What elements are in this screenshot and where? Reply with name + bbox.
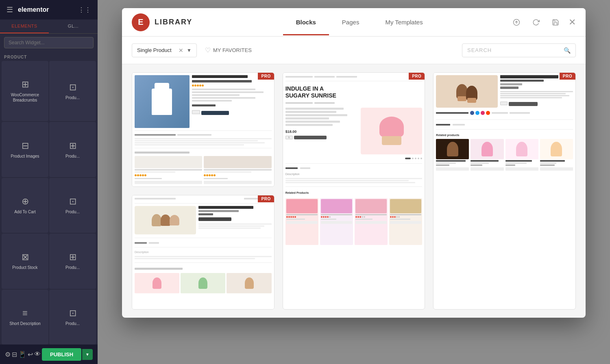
widget-icon-cart: ⊕ [22,196,29,207]
template-preview-chocolate: Related products [434,73,575,247]
tab-blocks[interactable]: Blocks [283,9,329,35]
publish-dropdown-arrow[interactable]: ▼ [82,349,93,360]
widget-prod-4[interactable]: ⊞ Produ... [49,234,96,288]
responsive-icon[interactable]: 📱 [18,351,26,358]
modal-header-actions: ✕ [510,16,576,29]
upload-icon[interactable] [510,16,523,29]
close-modal-button[interactable]: ✕ [569,17,576,28]
tab-elements[interactable]: ELEMENTS [0,20,49,33]
template-preview-cupcake: INDULGE IN ASUGARY SUNRISE [283,73,425,247]
tab-global[interactable]: GL... [49,20,98,33]
widget-short-description[interactable]: ≡ Short Description [2,290,48,344]
modal-title: LIBRARY [155,18,192,26]
widget-product-images[interactable]: ⊟ Product Images [2,122,48,177]
grid-icon[interactable]: ⋮⋮ [78,6,91,14]
favorites-button[interactable]: ♡ MY FAVORITES [203,43,253,57]
settings-icon[interactable]: ⚙ [5,351,11,358]
modal-header: E LIBRARY Blocks Pages My Templates [122,8,586,37]
card-preview-chocolate: PRO [434,73,575,247]
modal-tabs: Blocks Pages My Templates [209,9,510,35]
template-card-chocolate[interactable]: PRO [433,72,576,310]
card-preview-cupcake: PRO INDULGE IN [283,73,425,247]
widget-label-stock: Product Stock [12,265,37,270]
search-box: 🔍 [462,43,576,57]
modal-overlay: E LIBRARY Blocks Pages My Templates [98,0,610,364]
widget-icon-prod1: ⊡ [69,82,76,93]
widget-icon-prod2: ⊞ [69,141,76,151]
widget-label-prod3: Produ... [65,209,80,214]
favorites-label: MY FAVORITES [213,47,252,53]
widget-label-breadcrumbs: WooCommerceBreadcrumbs [11,92,39,103]
widget-icon-prod5: ⊡ [69,308,76,318]
tab-my-templates[interactable]: My Templates [372,9,436,35]
tab-pages[interactable]: Pages [329,9,373,35]
refresh-icon[interactable] [529,16,542,29]
modal-logo: E [132,13,150,31]
preview-icon[interactable]: 👁 [34,351,41,358]
modal-body: PRO [122,64,586,318]
hamburger-icon[interactable]: ☰ [7,5,13,14]
search-icon: 🔍 [564,47,571,54]
pro-badge-chocolate: PRO [560,73,575,80]
widget-icon-prod3: ⊡ [69,196,76,207]
modal-toolbar: Single Product ✕ ▼ ♡ MY FAVORITES 🔍 [122,37,586,64]
history-icon[interactable]: ↩ [28,351,33,358]
widget-prod-1[interactable]: ⊡ Produ... [49,61,96,121]
widget-add-to-cart[interactable]: ⊕ Add To Cart [2,178,48,233]
widget-woo-breadcrumbs[interactable]: ⊞ WooCommerceBreadcrumbs [2,61,48,121]
filter-clear-icon[interactable]: ✕ [179,47,183,54]
template-preview-mocha: Description [132,195,274,309]
widget-label-images: Product Images [11,154,39,159]
widget-grid: ⊞ WooCommerceBreadcrumbs ⊡ Produ... ⊟ Pr… [0,61,98,344]
filter-dropdown[interactable]: Single Product ✕ ▼ [132,43,197,57]
layers-icon[interactable]: ⊟ [12,351,17,358]
template-search-input[interactable] [467,47,560,53]
product-section-title: PRODUCT [0,52,98,61]
widget-icon-stock: ⊠ [22,252,29,262]
pro-badge-mocha: PRO [258,195,274,202]
widget-label-cart: Add To Cart [14,209,36,214]
pro-badge-wedding: PRO [258,73,274,80]
template-card-wedding[interactable]: PRO [132,72,274,187]
template-preview-wedding [132,73,274,186]
template-card-mocha[interactable]: PRO [132,195,274,310]
main-content: E LIBRARY Blocks Pages My Templates [98,0,610,364]
widget-icon-prod4: ⊞ [69,252,76,262]
card-preview-mocha: PRO [132,195,274,309]
search-widget-input[interactable] [4,37,94,48]
filter-arrow-icon: ▼ [187,48,192,53]
card-preview-wedding: PRO [132,73,274,186]
sidebar-tabs: ELEMENTS GL... [0,20,98,34]
widget-prod-5[interactable]: ⊡ Produ... [49,290,96,344]
widget-product-stock[interactable]: ⊠ Product Stock [2,234,48,288]
widget-label-prod4: Produ... [65,265,80,270]
pro-badge-cupcake: PRO [409,73,425,80]
widget-prod-2[interactable]: ⊞ Produ... [49,122,96,177]
sidebar: ☰ elementor ⋮⋮ ELEMENTS GL... PRODUCT ⊞ … [0,0,98,364]
elementor-logo: elementor [18,6,49,13]
sidebar-search-area [0,34,98,52]
heart-icon: ♡ [205,46,211,54]
widget-icon-images: ⊟ [22,141,29,151]
widget-icon-breadcrumbs: ⊞ [22,79,29,90]
sidebar-footer: ⚙ ⊟ 📱 ↩ 👁 PUBLISH ▼ [0,344,98,364]
widget-label-prod1: Produ... [65,95,80,100]
widget-label-prod5: Produ... [65,321,80,326]
library-modal: E LIBRARY Blocks Pages My Templates [122,8,586,318]
widget-label-prod2: Produ... [65,154,80,159]
template-card-cupcake-pink[interactable]: PRO INDULGE IN [283,72,425,310]
widget-label-shortdesc: Short Description [9,321,41,326]
widget-prod-3[interactable]: ⊡ Produ... [49,178,96,233]
save-icon[interactable] [549,16,562,29]
sidebar-header: ☰ elementor ⋮⋮ [0,0,98,20]
widget-icon-shortdesc: ≡ [22,308,28,318]
publish-button[interactable]: PUBLISH [42,348,81,361]
filter-value: Single Product [137,47,175,53]
